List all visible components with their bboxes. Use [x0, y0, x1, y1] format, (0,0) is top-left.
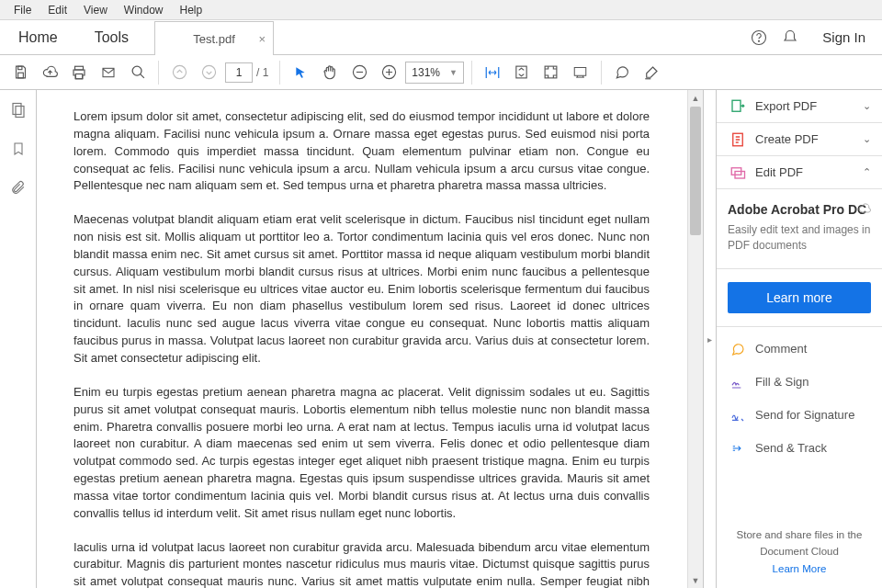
- info-title: Adobe Acrobat Pro DC: [728, 202, 871, 217]
- edit-pdf-tool[interactable]: Edit PDF ⌃: [717, 156, 882, 189]
- read-mode-icon[interactable]: [568, 60, 594, 85]
- menu-edit[interactable]: Edit: [40, 4, 75, 17]
- comment-tool[interactable]: Comment: [717, 333, 882, 366]
- edit-pdf-info: Adobe Acrobat Pro DC Easily edit text an…: [717, 189, 882, 269]
- search-icon[interactable]: [125, 60, 151, 85]
- create-pdf-tool[interactable]: Create PDF ⌄: [717, 123, 882, 156]
- promo-learn-more-link[interactable]: Learn More: [728, 561, 871, 577]
- bookmark-icon[interactable]: [7, 138, 29, 160]
- send-track-label: Send & Track: [755, 441, 827, 455]
- toolbar: / 1 131% ▼: [0, 55, 882, 90]
- zoom-in-icon[interactable]: [376, 60, 401, 85]
- print-icon[interactable]: [66, 60, 92, 85]
- cloud-icon[interactable]: [37, 60, 62, 85]
- zoom-out-icon[interactable]: [346, 60, 372, 85]
- paragraph: Iaculis urna id volutpat lacus laoreet n…: [74, 539, 650, 588]
- document-tab-label: Test.pdf: [193, 32, 235, 46]
- svg-rect-5: [75, 74, 83, 78]
- chevron-up-icon: ⌃: [863, 166, 871, 178]
- highlight-icon[interactable]: [639, 60, 664, 85]
- fit-page-icon[interactable]: [509, 60, 535, 85]
- document-viewer: Lorem ipsum dolor sit amet, consectetur …: [37, 90, 704, 588]
- thumbnails-icon[interactable]: [7, 99, 29, 121]
- document-tab[interactable]: Test.pdf ×: [154, 21, 274, 55]
- send-for-signature-tool[interactable]: Send for Signature: [717, 399, 882, 432]
- chevron-down-icon: ⌄: [863, 133, 871, 145]
- comment-icon: [728, 341, 748, 357]
- zoom-level-dropdown[interactable]: 131% ▼: [405, 62, 464, 84]
- fill-sign-tool[interactable]: Fill & Sign: [717, 366, 882, 399]
- tools-tab[interactable]: Tools: [76, 20, 147, 54]
- right-panel: Export PDF ⌄ Create PDF ⌄ Edit PDF ⌃ Ado…: [717, 90, 882, 588]
- paragraph: Lorem ipsum dolor sit amet, consectetur …: [74, 108, 650, 195]
- info-body: Easily edit text and images in PDF docum…: [728, 222, 871, 254]
- help-icon[interactable]: [743, 20, 775, 54]
- send-for-signature-label: Send for Signature: [755, 408, 854, 422]
- menu-window[interactable]: Window: [116, 4, 172, 17]
- main-area: Lorem ipsum dolor sit amet, consectetur …: [0, 90, 882, 588]
- create-pdf-label: Create PDF: [755, 132, 819, 146]
- email-icon[interactable]: [96, 60, 121, 85]
- export-pdf-label: Export PDF: [755, 99, 817, 113]
- save-icon[interactable]: [7, 60, 33, 85]
- menu-help[interactable]: Help: [172, 4, 211, 17]
- fill-sign-label: Fill & Sign: [755, 375, 809, 389]
- notification-icon[interactable]: [775, 20, 806, 54]
- page-total-label: / 1: [256, 66, 268, 79]
- promo-text: Store and share files in the Document Cl…: [737, 529, 863, 556]
- comment-label: Comment: [755, 342, 807, 356]
- fullscreen-icon[interactable]: [538, 60, 564, 85]
- attachment-icon[interactable]: [7, 176, 29, 198]
- sign-in-link[interactable]: Sign In: [806, 20, 882, 54]
- svg-point-1: [759, 40, 760, 41]
- chevron-down-icon: ⌄: [863, 100, 871, 112]
- svg-point-9: [202, 65, 215, 78]
- signature-icon: [728, 407, 748, 424]
- menu-view[interactable]: View: [75, 4, 116, 17]
- close-tab-icon[interactable]: ×: [258, 32, 266, 46]
- scroll-down-arrow-icon[interactable]: ▼: [688, 572, 703, 588]
- paragraph: Maecenas volutpat blandit aliquam etiam …: [74, 211, 650, 368]
- menu-file[interactable]: File: [6, 4, 40, 17]
- svg-rect-3: [17, 73, 23, 78]
- export-pdf-icon: [728, 98, 748, 115]
- cloud-promo: Store and share files in the Document Cl…: [717, 516, 882, 588]
- left-sidebar: [0, 90, 37, 588]
- learn-more-button[interactable]: Learn more: [728, 282, 871, 313]
- scroll-up-arrow-icon[interactable]: ▲: [688, 90, 703, 106]
- comment-bubble-icon[interactable]: [609, 60, 635, 85]
- fit-width-icon[interactable]: [480, 60, 505, 85]
- collapse-right-panel[interactable]: ▸: [704, 90, 717, 588]
- vertical-scrollbar[interactable]: ▲ ▼: [687, 90, 703, 588]
- document-content[interactable]: Lorem ipsum dolor sit amet, consectetur …: [37, 90, 686, 588]
- edit-pdf-icon: [728, 164, 748, 181]
- send-track-tool[interactable]: Send & Track: [717, 432, 882, 465]
- create-pdf-icon: [728, 131, 748, 148]
- menu-bar: File Edit View Window Help: [0, 0, 882, 20]
- page-number-input[interactable]: [225, 62, 253, 83]
- page-up-icon[interactable]: [166, 60, 192, 85]
- svg-point-8: [173, 65, 186, 78]
- svg-rect-13: [546, 66, 558, 78]
- paragraph: Enim eu turpis egestas pretium aenean ph…: [74, 384, 650, 523]
- home-tab[interactable]: Home: [0, 20, 76, 54]
- selection-arrow-icon[interactable]: [288, 60, 313, 85]
- svg-rect-2: [17, 66, 21, 70]
- svg-point-7: [132, 66, 141, 75]
- svg-rect-16: [16, 107, 24, 118]
- export-pdf-tool[interactable]: Export PDF ⌄: [717, 90, 882, 123]
- cloud-icon: [856, 202, 873, 215]
- scrollbar-thumb[interactable]: [690, 107, 701, 235]
- sign-icon: [728, 374, 748, 390]
- chevron-down-icon: ▼: [449, 68, 458, 77]
- send-icon: [728, 440, 748, 457]
- svg-rect-17: [732, 100, 741, 111]
- edit-pdf-label: Edit PDF: [755, 165, 803, 179]
- hand-tool-icon[interactable]: [317, 60, 343, 85]
- svg-rect-14: [575, 68, 587, 76]
- zoom-level-label: 131%: [412, 66, 440, 79]
- svg-rect-15: [13, 104, 21, 115]
- page-down-icon[interactable]: [196, 60, 221, 85]
- top-bar: Home Tools Test.pdf × Sign In: [0, 20, 882, 55]
